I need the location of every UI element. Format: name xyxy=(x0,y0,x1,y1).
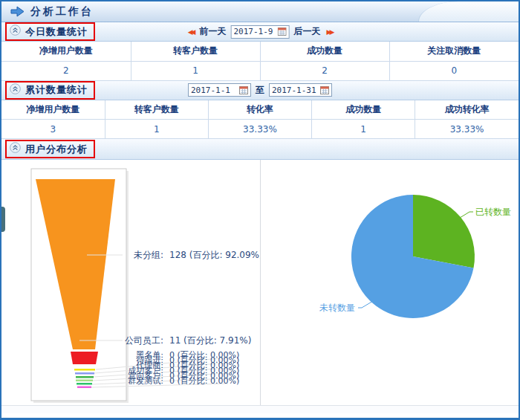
table-value-cell: 0 xyxy=(389,61,519,80)
next-day-button[interactable]: 后一天 xyxy=(294,25,321,38)
section-cumulative-title: 累计数量统计 xyxy=(25,83,88,97)
prev-day-arrow-icon[interactable]: ◀◀ xyxy=(188,28,194,36)
table-header-cell: 成功数量 xyxy=(312,100,415,120)
next-day-arrow-icon[interactable]: ▶▶ xyxy=(327,28,333,36)
funnel-segment xyxy=(77,383,92,385)
table-value-cell: 1 xyxy=(312,120,415,139)
date-range-picker: 至 xyxy=(188,83,332,97)
section-today-bar: 今日数量统计 ◀◀ 前一天 后一天 ▶▶ xyxy=(1,22,519,42)
table-value-cell: 1 xyxy=(131,61,260,80)
table-header-row: 净增用户数量 转客户数量 成功数量 关注取消数量 xyxy=(1,42,519,61)
table-header-cell: 转客户数量 xyxy=(131,42,260,61)
prev-day-button[interactable]: 前一天 xyxy=(200,25,227,38)
collapse-chevron-icon[interactable] xyxy=(10,83,21,97)
pie-label: 已转数量 xyxy=(475,207,511,217)
blue-arrow-icon xyxy=(10,6,25,17)
table-header-cell: 净增用户数量 xyxy=(1,42,131,61)
funnel-label-value: 11 (百分比: 7.91%) xyxy=(169,335,251,346)
distribution-annotation-box: 用户分布分析 xyxy=(5,140,95,158)
table-value-cell: 1 xyxy=(105,120,208,139)
today-date-input[interactable] xyxy=(234,27,276,36)
funnel-segment xyxy=(74,369,95,371)
today-annotation-box: 今日数量统计 xyxy=(5,22,95,41)
section-today-title: 今日数量统计 xyxy=(25,25,88,39)
table-header-cell: 转客户数量 xyxy=(105,100,208,120)
table-value-cell: 3 xyxy=(1,120,105,139)
funnel-chart: 未分组:128 (百分比: 92.09%)公司员工:11 (百分比: 7.91%… xyxy=(1,160,260,405)
day-navigation: ◀◀ 前一天 后一天 ▶▶ xyxy=(188,25,333,39)
table-value-row: 3 1 33.33% 1 33.33% xyxy=(1,120,519,139)
table-value-cell: 2 xyxy=(1,61,131,80)
calendar-icon[interactable] xyxy=(320,83,329,97)
collapse-chevron-icon[interactable] xyxy=(10,25,21,39)
cumulative-stats-table: 净增用户数量 转客户数量 转化率 成功数量 成功转化率 3 1 33.33% 1… xyxy=(1,100,519,140)
titlebar-curve-decoration xyxy=(418,1,519,22)
table-value-row: 2 1 2 0 xyxy=(1,61,519,80)
table-header-cell: 净增用户数量 xyxy=(1,100,105,120)
funnel-segment xyxy=(71,352,98,364)
cumulative-annotation-box: 累计数量统计 xyxy=(5,81,95,100)
pie-slice xyxy=(413,195,475,268)
funnel-label-value: 0 (百分比: 0.00%) xyxy=(169,376,239,386)
table-header-row: 净增用户数量 转客户数量 转化率 成功数量 成功转化率 xyxy=(1,100,519,120)
date-from-box xyxy=(188,83,251,97)
funnel-label-value: 128 (百分比: 92.09%) xyxy=(169,250,260,260)
funnel-label-name: 未分组: xyxy=(134,250,163,260)
left-collapse-handle[interactable] xyxy=(1,207,5,232)
pie-chart: 已转数量未转数量 xyxy=(261,160,519,405)
funnel-segment xyxy=(75,372,94,375)
funnel-segment xyxy=(77,387,91,389)
date-range-to-label: 至 xyxy=(256,84,264,97)
collapse-chevron-icon[interactable] xyxy=(10,142,21,156)
section-cumulative-bar: 累计数量统计 至 xyxy=(1,81,519,100)
section-distribution-bar: 用户分布分析 xyxy=(1,139,519,160)
table-header-cell: 关注取消数量 xyxy=(389,42,519,61)
calendar-icon[interactable] xyxy=(239,83,248,97)
table-value-cell: 2 xyxy=(260,61,389,80)
today-date-box xyxy=(231,25,290,39)
titlebar: 分析工作台 xyxy=(1,1,519,22)
today-stats-table: 净增用户数量 转客户数量 成功数量 关注取消数量 2 1 2 0 xyxy=(1,42,519,81)
funnel-label-name: 公司员工: xyxy=(125,335,163,346)
table-header-cell: 成功数量 xyxy=(260,42,389,61)
page-title: 分析工作台 xyxy=(30,5,94,19)
funnel-label-name: 群发测试: xyxy=(128,376,163,386)
calendar-icon[interactable] xyxy=(278,25,287,39)
funnel-segment xyxy=(76,376,94,378)
table-header-cell: 转化率 xyxy=(208,100,311,120)
table-value-cell: 33.33% xyxy=(415,120,519,139)
date-to-box xyxy=(269,83,332,97)
analysis-workbench-window: 分析工作台 今日数量统计 ◀◀ 前一天 xyxy=(0,0,520,420)
pie-leader-line xyxy=(358,301,373,308)
section-distribution-title: 用户分布分析 xyxy=(25,143,88,156)
date-from-input[interactable] xyxy=(191,85,237,95)
date-to-input[interactable] xyxy=(272,85,318,95)
table-header-cell: 成功转化率 xyxy=(415,100,519,120)
pie-leader-line xyxy=(460,212,473,218)
footer-strip xyxy=(1,405,519,413)
pie-label: 未转数量 xyxy=(319,303,355,313)
funnel-segment xyxy=(76,380,93,382)
table-value-cell: 33.33% xyxy=(208,120,311,139)
charts-area: 未分组:128 (百分比: 92.09%)公司员工:11 (百分比: 7.91%… xyxy=(1,160,519,405)
